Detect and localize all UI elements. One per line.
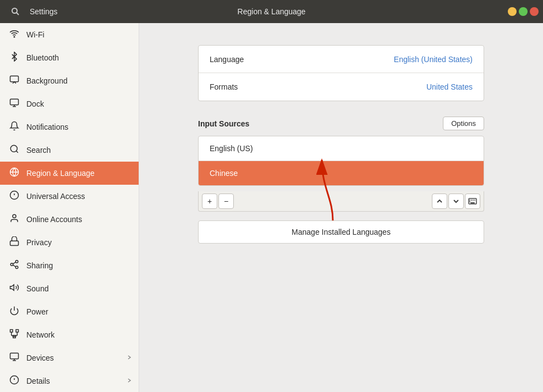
sidebar-label-sound: Sound	[26, 284, 48, 293]
svg-rect-4	[10, 99, 19, 105]
svg-line-8	[16, 151, 18, 152]
sidebar-item-search[interactable]: Search	[0, 139, 139, 162]
info-row-formats[interactable]: FormatsUnited States	[199, 73, 484, 101]
sidebar-item-wifi[interactable]: Wi-Fi	[0, 23, 139, 46]
sidebar-item-dock[interactable]: Dock	[0, 92, 139, 115]
dock-icon	[9, 98, 20, 110]
info-label: Formats	[210, 82, 426, 91]
move-down-button[interactable]	[448, 194, 464, 209]
sidebar-item-background[interactable]: Background	[0, 69, 139, 92]
info-label: Language	[210, 55, 394, 64]
svg-point-16	[15, 261, 18, 263]
content-area: LanguageEnglish (United States)FormatsUn…	[139, 23, 543, 392]
info-row-language[interactable]: LanguageEnglish (United States)	[199, 46, 484, 73]
info-card: LanguageEnglish (United States)FormatsUn…	[198, 45, 484, 101]
sidebar-label-universal-access: Universal Access	[26, 192, 85, 201]
sidebar-label-sharing: Sharing	[26, 261, 53, 270]
move-up-button[interactable]	[432, 194, 447, 209]
info-value: United States	[426, 82, 473, 91]
devices-icon	[9, 352, 20, 364]
svg-point-18	[15, 266, 18, 269]
details-icon	[9, 375, 20, 387]
page-title: Region & Language	[238, 7, 306, 16]
sidebar: Wi-FiBluetoothBackgroundDockNotification…	[0, 23, 139, 392]
privacy-icon	[9, 236, 20, 249]
sidebar-label-region: Region & Language	[26, 169, 95, 178]
sidebar-item-network[interactable]: Network	[0, 323, 139, 346]
input-sources-card: English (US)Chinese	[198, 136, 484, 186]
sidebar-label-wifi: Wi-Fi	[26, 30, 45, 39]
svg-point-14	[13, 214, 16, 218]
sidebar-item-details[interactable]: Details	[0, 369, 139, 392]
svg-rect-30	[10, 353, 19, 359]
network-icon	[9, 329, 20, 341]
add-input-button[interactable]: +	[202, 194, 217, 209]
sidebar-label-notifications: Notifications	[26, 123, 68, 131]
search-icon[interactable]	[6, 4, 25, 19]
svg-line-20	[13, 262, 15, 264]
info-value: English (United States)	[394, 55, 473, 64]
svg-line-1	[17, 13, 19, 15]
maximize-button[interactable]	[519, 7, 528, 16]
titlebar: Settings Region & Language	[0, 0, 543, 23]
svg-line-19	[13, 265, 15, 267]
svg-point-0	[12, 8, 17, 13]
sidebar-label-power: Power	[26, 307, 48, 316]
sidebar-label-online-accounts: Online Accounts	[26, 215, 82, 224]
svg-point-7	[10, 145, 17, 152]
sidebar-item-privacy[interactable]: Privacy	[0, 231, 139, 254]
input-source-chinese[interactable]: Chinese	[199, 161, 484, 185]
sidebar-item-sharing[interactable]: Sharing	[0, 254, 139, 277]
main-layout: Wi-FiBluetoothBackgroundDockNotification…	[0, 23, 543, 392]
sidebar-label-search: Search	[26, 146, 51, 154]
svg-rect-24	[16, 330, 19, 333]
nav-group	[432, 194, 464, 209]
svg-rect-23	[10, 330, 13, 333]
details-chevron-icon	[127, 377, 132, 385]
sidebar-item-notifications[interactable]: Notifications	[0, 115, 139, 139]
sidebar-item-sound[interactable]: Sound	[0, 277, 139, 300]
sidebar-label-background: Background	[26, 76, 68, 85]
sidebar-item-devices[interactable]: Devices	[0, 346, 139, 369]
sidebar-item-universal-access[interactable]: Universal Access	[0, 185, 139, 208]
svg-point-17	[10, 263, 13, 266]
options-button[interactable]: Options	[443, 117, 484, 130]
keyboard-layout-button[interactable]	[465, 194, 480, 209]
sidebar-label-devices: Devices	[26, 354, 54, 362]
wifi-icon	[9, 29, 20, 41]
notifications-icon	[9, 121, 20, 133]
input-sources-title: Input Sources	[198, 119, 249, 128]
sidebar-label-details: Details	[26, 377, 50, 385]
settings-panel: LanguageEnglish (United States)FormatsUn…	[198, 45, 484, 244]
sidebar-label-privacy: Privacy	[26, 238, 52, 247]
window-controls	[508, 7, 539, 16]
sharing-icon	[9, 260, 20, 272]
search-icon	[9, 144, 20, 156]
online-accounts-icon	[9, 213, 20, 225]
app-title: Settings	[30, 7, 58, 16]
sidebar-item-power[interactable]: Power	[0, 300, 139, 323]
power-icon	[9, 306, 20, 318]
bluetooth-icon	[9, 52, 20, 64]
input-sources-header: Input Sources Options	[198, 117, 484, 130]
sidebar-item-online-accounts[interactable]: Online Accounts	[0, 208, 139, 231]
svg-rect-15	[10, 241, 19, 245]
universal-access-icon	[9, 190, 20, 202]
sidebar-item-bluetooth[interactable]: Bluetooth	[0, 46, 139, 69]
manage-languages-button[interactable]: Manage Installed Languages	[198, 220, 484, 244]
sound-icon	[9, 283, 20, 295]
close-button[interactable]	[530, 7, 539, 16]
svg-rect-3	[10, 76, 19, 82]
background-icon	[9, 75, 20, 87]
devices-chevron-icon	[127, 354, 132, 362]
input-sources-toolbar: + −	[198, 191, 484, 212]
sidebar-label-dock: Dock	[26, 100, 44, 108]
sidebar-item-region[interactable]: Region & Language	[0, 162, 139, 185]
svg-marker-21	[10, 285, 14, 291]
sidebar-label-network: Network	[26, 330, 54, 339]
remove-input-button[interactable]: −	[218, 194, 234, 209]
input-source-english--us-[interactable]: English (US)	[199, 136, 484, 161]
sidebar-label-bluetooth: Bluetooth	[26, 53, 59, 62]
minimize-button[interactable]	[508, 7, 517, 16]
svg-point-2	[14, 36, 15, 37]
